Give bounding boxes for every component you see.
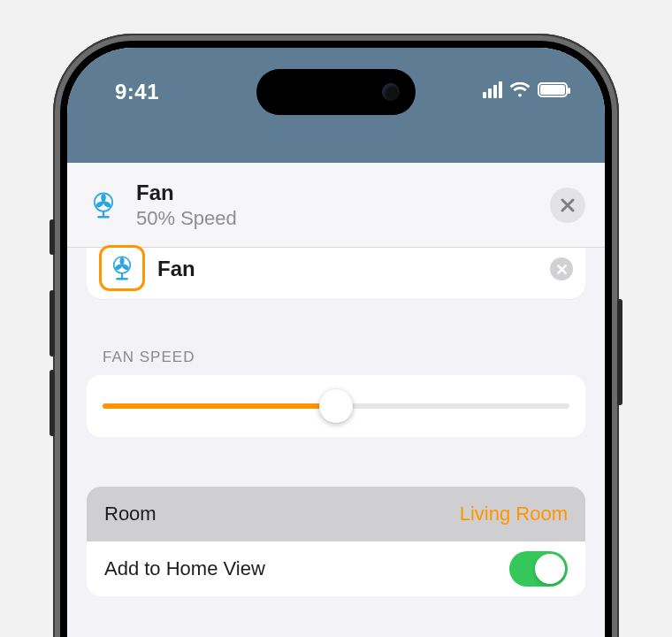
slider-track — [103, 403, 569, 409]
phone-side-button — [50, 219, 55, 255]
close-icon — [557, 265, 567, 274]
svg-point-11 — [120, 264, 124, 267]
room-row-label: Room — [104, 503, 157, 526]
svg-rect-13 — [116, 278, 128, 280]
sheet-title-block: Fan 50% Speed — [136, 180, 534, 230]
phone-side-button — [617, 299, 622, 405]
accessory-tile-icon-box — [99, 245, 145, 291]
close-icon — [561, 198, 575, 212]
add-to-home-view-switch[interactable] — [509, 551, 568, 587]
fan-speed-label: FAN SPEED — [103, 349, 569, 366]
status-bar-area: 9:41 — [67, 48, 605, 163]
phone-side-button — [50, 370, 55, 436]
svg-point-4 — [102, 200, 105, 203]
status-icons — [483, 81, 568, 98]
accessory-tile[interactable]: Fan — [87, 248, 585, 299]
sheet-title: Fan — [136, 180, 534, 205]
accessory-tile-title: Fan — [157, 257, 538, 281]
phone-screen: 9:41 — [67, 48, 605, 637]
phone-frame: 9:41 — [53, 34, 619, 637]
settings-list: Room Living Room Add to Home View — [87, 487, 585, 596]
svg-point-1 — [101, 194, 105, 202]
close-button[interactable] — [550, 188, 585, 223]
room-row-value: Living Room — [460, 503, 568, 526]
cellular-icon — [483, 81, 502, 98]
wifi-icon — [509, 82, 531, 98]
fan-icon — [107, 253, 137, 283]
svg-point-8 — [119, 257, 124, 265]
add-to-home-view-row: Add to Home View — [87, 541, 585, 596]
sheet-subtitle: 50% Speed — [136, 207, 534, 230]
accessory-tile-close[interactable] — [550, 257, 573, 280]
phone-side-button — [50, 290, 55, 357]
svg-rect-6 — [97, 215, 110, 218]
accessory-sheet: Fan 50% Speed — [67, 163, 605, 637]
dynamic-island — [256, 69, 416, 115]
svg-rect-5 — [103, 211, 104, 215]
switch-knob — [535, 554, 565, 584]
slider-thumb[interactable] — [319, 389, 353, 423]
status-time: 9:41 — [115, 80, 159, 104]
room-row[interactable]: Room Living Room — [87, 487, 585, 541]
fan-speed-slider[interactable] — [87, 375, 585, 437]
battery-icon — [538, 82, 568, 97]
svg-rect-12 — [121, 273, 123, 278]
add-to-home-view-label: Add to Home View — [104, 557, 265, 580]
slider-fill — [103, 403, 336, 409]
fan-icon — [87, 188, 120, 222]
sheet-header: Fan 50% Speed — [67, 163, 605, 248]
